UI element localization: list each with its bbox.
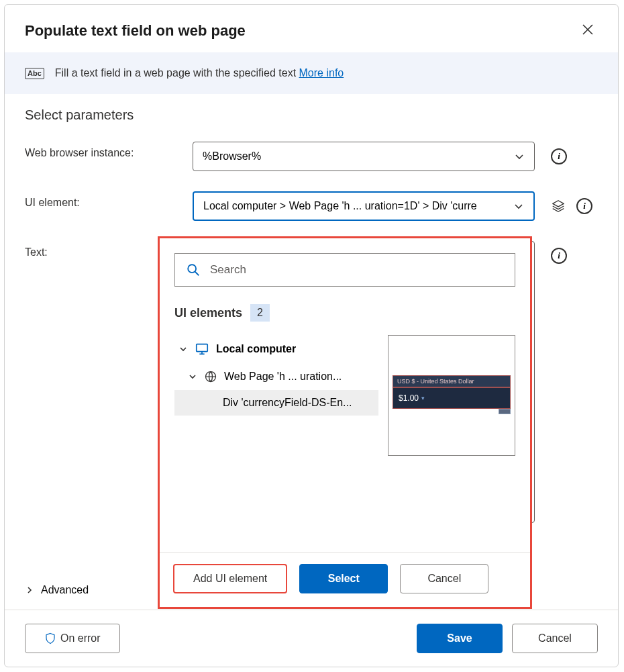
- monitor-icon: [195, 342, 209, 356]
- globe-icon: [204, 370, 217, 383]
- shield-icon: [44, 632, 56, 644]
- layers-icon[interactable]: [551, 199, 566, 213]
- cancel-button[interactable]: Cancel: [512, 624, 598, 653]
- section-title: Select parameters: [25, 107, 598, 123]
- banner-text: Fill a text field in a web page with the…: [55, 67, 344, 79]
- tree-root-label: Local computer: [216, 343, 296, 355]
- popup-footer: Add UI element Select Cancel: [160, 553, 530, 607]
- popup-cancel-button[interactable]: Cancel: [400, 564, 488, 593]
- chevron-down-icon: [188, 372, 197, 381]
- svg-point-0: [188, 265, 196, 273]
- dialog-title: Populate text field on web page: [25, 22, 246, 40]
- dialog-footer: On error Save Cancel: [5, 610, 618, 667]
- ui-element-picker-popup: UI elements 2 Local computer: [158, 236, 532, 609]
- browser-dropdown[interactable]: %Browser%: [193, 142, 535, 171]
- svg-rect-1: [197, 344, 208, 352]
- preview-top-label: USD $ - United States Dollar: [393, 375, 511, 387]
- element-preview: USD $ - United States Dollar $1.00 ▾: [388, 335, 515, 456]
- abc-icon: Abc: [25, 68, 44, 79]
- search-box[interactable]: [174, 253, 515, 287]
- add-ui-element-button[interactable]: Add UI element: [173, 564, 287, 593]
- ui-element-dropdown[interactable]: Local computer > Web Page 'h ... uration…: [193, 191, 535, 221]
- ui-elements-tree: Local computer Web Page 'h ... uration..…: [174, 335, 378, 456]
- browser-label: Web browser instance:: [25, 142, 193, 159]
- select-button[interactable]: Select: [299, 564, 388, 593]
- footer-actions: Save Cancel: [417, 624, 598, 653]
- chevron-down-icon: [514, 151, 525, 162]
- preview-value: $1.00 ▾: [393, 387, 511, 409]
- ui-elements-count: 2: [250, 304, 270, 322]
- param-browser-row: Web browser instance: %Browser% i: [25, 142, 598, 171]
- browser-value: %Browser%: [203, 150, 514, 162]
- search-icon: [186, 262, 201, 277]
- info-icon[interactable]: i: [576, 198, 592, 214]
- ui-elements-title: UI elements: [174, 306, 242, 320]
- info-icon[interactable]: i: [551, 148, 567, 164]
- tree-node-local-computer[interactable]: Local computer: [174, 335, 378, 363]
- chevron-right-icon: [25, 585, 34, 595]
- chevron-down-icon: [178, 344, 188, 354]
- dialog-header: Populate text field on web page: [5, 5, 618, 52]
- save-button[interactable]: Save: [417, 624, 503, 653]
- tree-node-web-page[interactable]: Web Page 'h ... uration...: [174, 363, 378, 390]
- info-icon[interactable]: i: [551, 248, 567, 264]
- populate-text-dialog: Populate text field on web page Abc Fill…: [4, 4, 619, 667]
- preview-handle: [499, 409, 511, 414]
- ui-element-value: Local computer > Web Page 'h ... uration…: [203, 200, 513, 212]
- on-error-button[interactable]: On error: [25, 624, 120, 653]
- ui-element-label: UI element:: [25, 191, 193, 209]
- tree-node-div-element[interactable]: Div 'currencyField-DS-En...: [174, 390, 378, 416]
- info-banner: Abc Fill a text field in a web page with…: [5, 52, 618, 94]
- advanced-label: Advanced: [41, 584, 89, 596]
- chevron-down-icon: ▾: [421, 395, 425, 401]
- more-info-link[interactable]: More info: [299, 67, 344, 79]
- close-button[interactable]: [578, 19, 598, 42]
- search-input[interactable]: [210, 263, 504, 277]
- close-icon: [582, 23, 594, 38]
- tree-element-label: Div 'currencyField-DS-En...: [223, 397, 352, 409]
- tree-page-label: Web Page 'h ... uration...: [224, 371, 342, 383]
- ui-elements-header: UI elements 2: [174, 304, 515, 322]
- param-ui-element-row: UI element: Local computer > Web Page 'h…: [25, 191, 598, 221]
- chevron-down-icon: [513, 201, 524, 211]
